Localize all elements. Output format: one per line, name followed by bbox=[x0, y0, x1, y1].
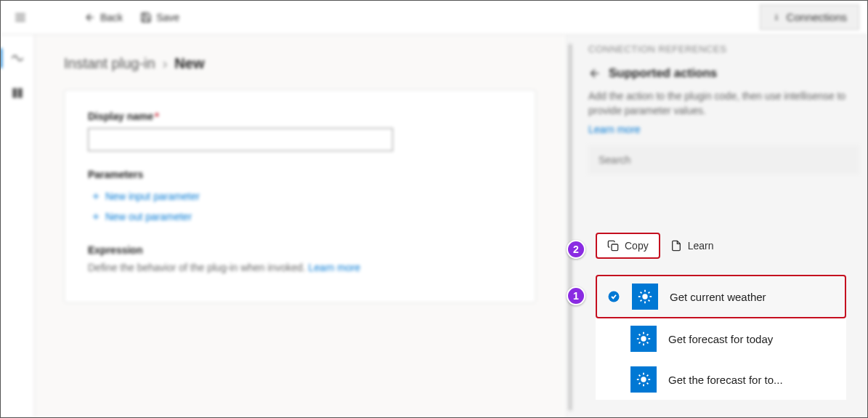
sidebar bbox=[0, 35, 35, 418]
svg-line-37 bbox=[647, 383, 649, 385]
sidebar-item-plugin[interactable] bbox=[3, 44, 32, 73]
expression-description: Define the behavior of the plug-in when … bbox=[88, 262, 512, 273]
breadcrumb: Instant plug-in › New bbox=[64, 55, 536, 72]
right-learn-more-link[interactable]: Learn more bbox=[588, 124, 859, 135]
svg-point-22 bbox=[641, 336, 646, 341]
svg-line-21 bbox=[649, 292, 650, 294]
expression-learn-more-link[interactable]: Learn more bbox=[309, 262, 361, 273]
save-button[interactable]: Save bbox=[131, 7, 188, 28]
svg-rect-5 bbox=[17, 88, 22, 97]
checkmark-icon bbox=[607, 290, 620, 303]
hamburger-icon[interactable] bbox=[9, 6, 32, 29]
action-item-get-forecast-today[interactable]: Get forecast for today bbox=[596, 318, 846, 359]
svg-line-28 bbox=[647, 342, 649, 344]
chevron-right-icon: › bbox=[163, 55, 168, 72]
svg-line-18 bbox=[641, 292, 642, 294]
learn-button[interactable]: Learn bbox=[670, 240, 714, 252]
sidebar-item-layout[interactable] bbox=[3, 79, 32, 108]
svg-line-29 bbox=[639, 342, 641, 344]
form-card: Display name* Parameters New input param… bbox=[64, 89, 536, 303]
svg-line-39 bbox=[647, 375, 649, 377]
connections-button[interactable]: Connections bbox=[760, 4, 859, 30]
svg-line-38 bbox=[639, 383, 641, 385]
action-label: Get the forecast for to... bbox=[668, 374, 783, 386]
arrow-left-icon bbox=[588, 67, 601, 80]
parameters-label: Parameters bbox=[88, 169, 512, 180]
supported-actions-header[interactable]: Supported actions bbox=[588, 66, 859, 81]
weather-icon bbox=[632, 284, 658, 310]
document-icon bbox=[670, 240, 682, 252]
action-label: Get current weather bbox=[670, 291, 766, 303]
svg-line-19 bbox=[649, 300, 650, 302]
action-list: Get current weather Get forecast for tod… bbox=[596, 275, 846, 400]
svg-line-30 bbox=[647, 334, 649, 336]
copy-label: Copy bbox=[625, 240, 649, 252]
panel-divider[interactable] bbox=[568, 44, 572, 411]
display-name-input[interactable] bbox=[88, 128, 393, 151]
connections-label: Connections bbox=[787, 11, 847, 23]
svg-line-27 bbox=[639, 334, 641, 336]
right-panel-description: Add the action to the plugin code, then … bbox=[588, 89, 859, 118]
expression-label: Expression bbox=[88, 244, 512, 256]
svg-line-20 bbox=[641, 300, 642, 302]
back-button[interactable]: Back bbox=[76, 7, 131, 28]
right-panel-title: CONNECTION REFERENCES bbox=[588, 44, 859, 55]
learn-label: Learn bbox=[688, 240, 714, 252]
breadcrumb-current: New bbox=[174, 55, 204, 72]
action-item-get-current-weather[interactable]: Get current weather bbox=[596, 275, 846, 318]
weather-icon bbox=[630, 366, 657, 393]
main-panel: Instant plug-in › New Display name* Para… bbox=[35, 35, 565, 418]
display-name-label: Display name* bbox=[88, 110, 512, 122]
search-input[interactable] bbox=[588, 145, 859, 174]
copy-icon bbox=[607, 240, 619, 252]
svg-point-13 bbox=[642, 294, 647, 299]
action-item-get-forecast-tomorrow[interactable]: Get the forecast for to... bbox=[596, 359, 846, 400]
svg-rect-11 bbox=[612, 244, 618, 251]
new-input-parameter-button[interactable]: New input parameter bbox=[88, 186, 512, 206]
copy-button[interactable]: Copy bbox=[596, 233, 660, 259]
svg-rect-4 bbox=[12, 88, 17, 97]
breadcrumb-parent[interactable]: Instant plug-in bbox=[64, 55, 155, 72]
callout-1: 1 bbox=[567, 286, 585, 305]
save-label: Save bbox=[156, 12, 179, 23]
topbar: Back Save Connections bbox=[0, 0, 868, 35]
svg-line-36 bbox=[639, 375, 641, 377]
action-label: Get forecast for today bbox=[668, 333, 773, 345]
new-out-parameter-button[interactable]: New out parameter bbox=[88, 206, 512, 227]
weather-icon bbox=[630, 326, 657, 352]
callout-2: 2 bbox=[567, 240, 585, 259]
back-label: Back bbox=[100, 12, 123, 23]
svg-point-31 bbox=[641, 377, 646, 382]
